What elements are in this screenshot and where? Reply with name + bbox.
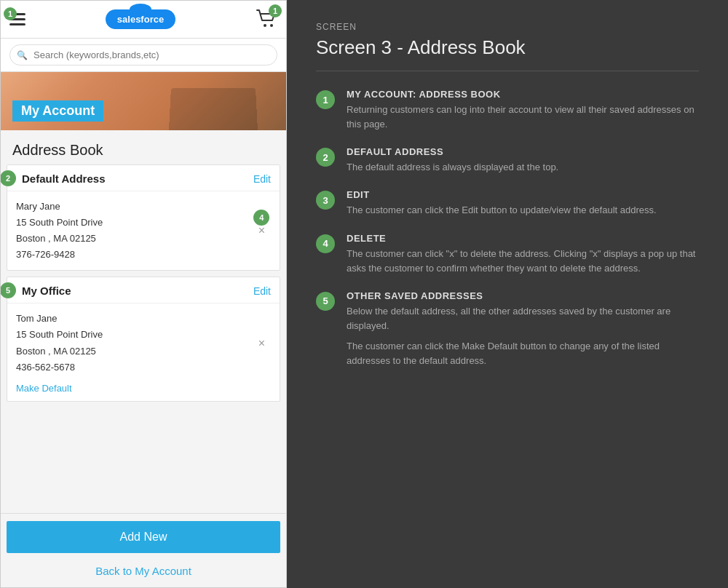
other-city: Boston , MA 02125 <box>16 343 253 359</box>
anno-desc: Below the default address, all the other… <box>347 304 699 333</box>
default-section-header: 2 Default Address Edit <box>7 165 280 191</box>
other-delete-button[interactable]: × <box>253 334 271 353</box>
make-default-link[interactable]: Make Default <box>7 383 280 401</box>
sf-cloud-logo: salesforce <box>106 9 175 29</box>
add-new-button[interactable]: Add New <box>7 521 280 553</box>
anno-desc-extra: The customer can click the Make Default … <box>347 339 699 368</box>
default-address-section: 2 Default Address Edit Mary Jane 15 Sout… <box>7 164 280 271</box>
hamburger-menu[interactable]: 1 <box>9 13 25 25</box>
default-address-content: Mary Jane 15 South Point Drive Boston , … <box>7 191 280 270</box>
cart-icon[interactable]: 1 <box>256 9 277 31</box>
salesforce-logo: salesforce <box>106 9 175 29</box>
other-section-badge: 5 <box>1 282 16 298</box>
search-input-wrap <box>9 44 277 65</box>
screen-title: Screen 3 - Address Book <box>316 36 699 59</box>
default-delete-symbol: × <box>258 224 265 237</box>
anno-badge: 5 <box>316 292 335 311</box>
delete-badge: 4 <box>253 210 269 226</box>
other-name: Tom Jane <box>16 311 253 327</box>
anno-desc: The customer can click the Edit button t… <box>347 203 657 218</box>
right-panel: SCREEN Screen 3 - Address Book 1 MY ACCO… <box>287 0 728 588</box>
default-delete-button[interactable]: 4 × <box>253 221 271 240</box>
anno-content: MY ACCOUNT: ADDRESS BOOK Returning custo… <box>347 89 699 132</box>
svg-point-1 <box>270 24 273 27</box>
other-address-content: Tom Jane 15 South Point Drive Boston , M… <box>7 303 280 382</box>
anno-content: OTHER SAVED ADDRESSES Below the default … <box>347 290 699 369</box>
default-city: Boston , MA 02125 <box>16 231 253 247</box>
back-to-account-link[interactable]: Back to My Account <box>7 559 280 583</box>
anno-content: DEFAULT ADDRESS The default address is a… <box>347 146 558 175</box>
default-section-badge: 2 <box>1 170 16 186</box>
bottom-section: Add New Back to My Account <box>1 513 286 587</box>
hero-image: My Account <box>1 72 286 130</box>
default-section-title: Default Address <box>16 172 105 185</box>
other-delete-symbol: × <box>258 337 265 349</box>
anno-content: DELETE The customer can click "x" to del… <box>347 233 699 276</box>
other-edit-link[interactable]: Edit <box>253 285 271 297</box>
address-sections: 2 Default Address Edit Mary Jane 15 Sout… <box>1 164 286 513</box>
annotation-item: 4 DELETE The customer can click "x" to d… <box>316 233 699 276</box>
search-input[interactable] <box>9 44 277 65</box>
other-section-header: 5 My Office Edit <box>7 277 280 303</box>
anno-desc: The customer can click "x" to delete the… <box>347 247 699 276</box>
default-name: Mary Jane <box>16 199 253 215</box>
anno-badge: 2 <box>316 148 335 167</box>
left-panel: 1 salesforce 1 My Account Address Book <box>0 0 287 588</box>
screen-label: SCREEN <box>316 22 699 32</box>
default-edit-link[interactable]: Edit <box>253 173 271 185</box>
anno-title: DELETE <box>347 233 699 244</box>
anno-title: EDIT <box>347 189 657 200</box>
other-address-text: Tom Jane 15 South Point Drive Boston , M… <box>16 311 253 375</box>
default-address-text: Mary Jane 15 South Point Drive Boston , … <box>16 199 253 263</box>
anno-desc: Returning customers can log into their a… <box>347 103 699 132</box>
anno-badge: 1 <box>316 90 335 109</box>
other-phone: 436-562-5678 <box>16 359 253 376</box>
svg-point-0 <box>264 24 266 27</box>
menu-badge: 1 <box>4 7 17 20</box>
other-address-section: 5 My Office Edit Tom Jane 15 South Point… <box>7 277 280 401</box>
anno-title: OTHER SAVED ADDRESSES <box>347 290 699 301</box>
anno-desc: The default address is always displayed … <box>347 160 558 175</box>
anno-badge: 3 <box>316 191 335 210</box>
cart-badge: 1 <box>269 4 282 17</box>
annotation-list: 1 MY ACCOUNT: ADDRESS BOOK Returning cus… <box>316 89 699 368</box>
annotation-item: 1 MY ACCOUNT: ADDRESS BOOK Returning cus… <box>316 89 699 132</box>
search-bar <box>1 39 286 72</box>
anno-title: DEFAULT ADDRESS <box>347 146 558 157</box>
other-section-title: My Office <box>16 285 71 297</box>
hero-label: My Account <box>12 100 103 122</box>
top-bar: 1 salesforce 1 <box>1 1 286 39</box>
other-street: 15 South Point Drive <box>16 327 253 343</box>
address-book-title: Address Book <box>1 130 286 164</box>
annotation-item: 3 EDIT The customer can click the Edit b… <box>316 189 699 218</box>
annotation-item: 5 OTHER SAVED ADDRESSES Below the defaul… <box>316 290 699 369</box>
anno-badge: 4 <box>316 234 335 253</box>
divider <box>316 71 699 71</box>
anno-content: EDIT The customer can click the Edit but… <box>347 189 657 218</box>
annotation-item: 2 DEFAULT ADDRESS The default address is… <box>316 146 699 175</box>
anno-title: MY ACCOUNT: ADDRESS BOOK <box>347 89 699 100</box>
default-street: 15 South Point Drive <box>16 215 253 231</box>
default-phone: 376-726-9428 <box>16 247 253 263</box>
